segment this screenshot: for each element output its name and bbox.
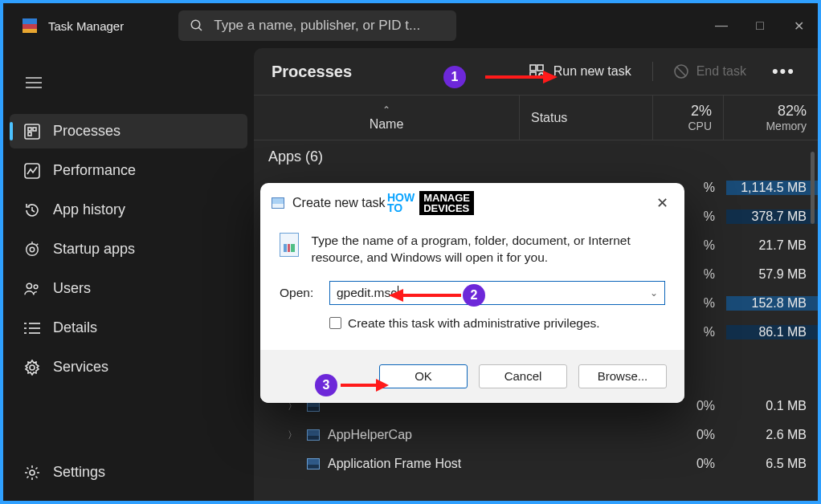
hamburger-button[interactable] [10, 72, 247, 96]
scrollbar[interactable] [811, 152, 815, 224]
callout-2: 2 [463, 284, 485, 307]
svg-rect-6 [28, 128, 31, 131]
col-name[interactable]: ⌃ Name [254, 96, 519, 140]
svg-point-0 [191, 20, 200, 29]
history-icon [24, 202, 40, 218]
ok-button[interactable]: OK [379, 364, 468, 388]
svg-point-11 [30, 247, 34, 251]
window-controls: — □ ✕ [702, 7, 818, 44]
page-title: Processes [272, 63, 509, 81]
sidebar-item-app-history[interactable]: App history [10, 193, 247, 227]
end-task-icon [674, 64, 688, 79]
sidebar-item-details[interactable]: Details [10, 311, 247, 345]
users-icon [24, 281, 40, 297]
minimize-button[interactable]: — [702, 7, 741, 44]
sidebar-item-label: Services [53, 359, 108, 376]
sidebar-item-label: Processes [53, 123, 120, 140]
sidebar-item-performance[interactable]: Performance [10, 153, 247, 188]
group-apps[interactable]: Apps (6) [254, 140, 818, 173]
end-task-button[interactable]: End task [666, 59, 754, 83]
svg-marker-38 [376, 379, 389, 392]
search-placeholder: Type a name, publisher, or PID t... [214, 18, 420, 34]
svg-line-32 [676, 67, 685, 76]
svg-point-15 [34, 284, 38, 288]
watermark: HOWTO MANAGEDEVICES [387, 189, 476, 217]
arrow-icon [485, 69, 558, 85]
process-icon [307, 458, 320, 469]
arrow-icon [389, 287, 461, 303]
svg-marker-34 [543, 71, 558, 83]
arrow-icon [341, 377, 389, 393]
sidebar-item-startup-apps[interactable]: Startup apps [10, 232, 247, 266]
table-header: ⌃ Name Status 2% CPU 82% Memory [254, 96, 818, 140]
svg-point-23 [30, 365, 35, 370]
checkbox-icon [329, 317, 341, 329]
open-label: Open: [280, 286, 318, 300]
titlebar: Task Manager Type a name, publisher, or … [3, 3, 818, 48]
svg-point-14 [27, 283, 31, 288]
services-icon [24, 360, 40, 376]
dialog-description: Type the name of a program, folder, docu… [312, 233, 665, 266]
search-icon [190, 18, 204, 33]
sidebar-item-label: Settings [53, 464, 105, 481]
sidebar-item-users[interactable]: Users [10, 271, 247, 306]
sidebar-item-processes[interactable]: Processes [10, 114, 247, 148]
svg-marker-22 [26, 360, 39, 375]
sidebar-item-label: Performance [53, 162, 136, 179]
chevron-right-icon: 〉 [288, 429, 299, 442]
sort-caret-icon: ⌃ [382, 104, 390, 116]
svg-rect-5 [25, 124, 39, 139]
cancel-button[interactable]: Cancel [479, 364, 567, 388]
run-icon [280, 233, 299, 257]
svg-rect-7 [33, 128, 36, 131]
sidebar-item-label: Details [53, 319, 97, 336]
sidebar-item-label: Users [53, 280, 91, 297]
dialog-title: Create new task [292, 196, 386, 210]
svg-point-24 [30, 470, 35, 475]
admin-checkbox[interactable]: Create this task with administrative pri… [280, 316, 665, 331]
svg-marker-36 [389, 289, 403, 302]
process-icon [307, 429, 320, 441]
open-input[interactable]: gpedit.msc ⌄ [329, 281, 665, 305]
sidebar: Processes Performance App history Startu… [3, 48, 254, 501]
sidebar-item-services[interactable]: Services [10, 350, 247, 384]
startup-icon [24, 242, 40, 258]
search-input[interactable]: Type a name, publisher, or PID t... [178, 10, 456, 41]
svg-line-1 [198, 27, 202, 30]
svg-line-13 [36, 243, 38, 245]
browse-button[interactable]: Browse... [578, 364, 667, 388]
chevron-down-icon[interactable]: ⌄ [650, 287, 658, 299]
svg-rect-8 [28, 132, 31, 136]
svg-point-10 [27, 243, 39, 255]
task-manager-window: Task Manager Type a name, publisher, or … [3, 3, 818, 501]
details-icon [24, 320, 40, 336]
app-icon [22, 18, 37, 33]
maximize-button[interactable]: □ [741, 7, 779, 44]
settings-icon [24, 465, 40, 481]
close-button[interactable]: ✕ [779, 7, 818, 44]
sidebar-item-label: Startup apps [53, 241, 135, 258]
performance-icon [24, 163, 40, 179]
sidebar-item-label: App history [53, 201, 125, 218]
dialog-close-button[interactable]: ✕ [651, 191, 673, 215]
more-button[interactable]: ••• [767, 61, 800, 82]
processes-icon [24, 124, 40, 140]
callout-3: 3 [315, 374, 337, 396]
col-cpu[interactable]: 2% CPU [652, 96, 723, 140]
table-row[interactable]: 〉AppHelperCap 0%2.6 MB [254, 421, 818, 449]
col-status[interactable]: Status [519, 96, 652, 140]
callout-1: 1 [443, 66, 466, 88]
app-title: Task Manager [48, 19, 124, 33]
sidebar-item-settings[interactable]: Settings [10, 455, 247, 490]
col-memory[interactable]: 82% Memory [723, 96, 818, 140]
table-row[interactable]: Application Frame Host 0%6.5 MB [254, 449, 818, 478]
dialog-icon [272, 197, 284, 209]
